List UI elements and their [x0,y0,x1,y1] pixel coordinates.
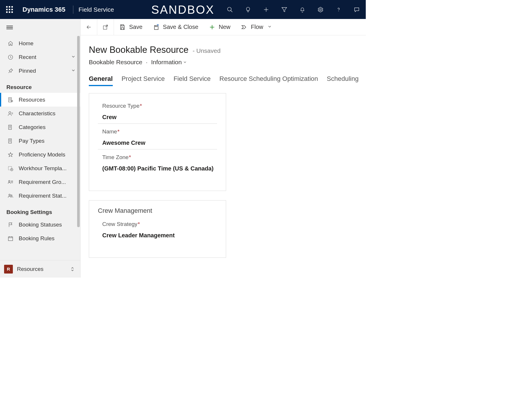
search-button[interactable] [221,0,239,19]
svg-point-0 [228,7,231,11]
nav-label: Workhour Templa... [19,165,76,172]
nav-proficiency[interactable]: Proficiency Models [0,148,80,161]
page-title: New Bookable Resource [89,45,188,55]
required-indicator: * [138,221,140,227]
field-value[interactable]: Crew [98,112,217,124]
bell-icon [299,6,306,13]
nav-section-resource: Resource [0,78,80,93]
svg-rect-10 [8,125,11,129]
field-label: Resource Type [102,103,139,109]
nav-label: Requirement Stat... [19,193,76,199]
nav-pinned[interactable]: Pinned [0,64,80,78]
nav-paytypes[interactable]: Pay Types [0,134,80,148]
question-icon [335,6,342,13]
save-close-button[interactable]: Save & Close [148,19,204,35]
nav-characteristics[interactable]: Characteristics [0,107,80,120]
nav-workhour[interactable]: Workhour Templa... [0,161,80,175]
app-launcher-button[interactable] [0,6,19,13]
field-name[interactable]: Name* Awesome Crew [98,128,217,149]
chevron-down-icon [71,68,76,74]
field-value[interactable]: Awesome Crew [98,138,217,149]
form-body: Resource Type* Crew Name* Awesome Crew T… [81,86,366,267]
nav-reqgroups[interactable]: Requirement Gro... [0,175,80,189]
nav-resources[interactable]: Resources [0,93,80,107]
nav-home[interactable]: Home [0,36,80,50]
nav-booking-statuses[interactable]: Booking Statuses [0,218,80,231]
arrow-left-icon [86,24,92,30]
tab-general[interactable]: General [89,75,113,86]
sitemap-toggle[interactable] [0,19,80,36]
svg-point-4 [320,9,321,11]
plus-icon [209,24,215,30]
field-value[interactable]: (GMT-08:00) Pacific Time (US & Canada) [98,163,217,175]
field-resource-type[interactable]: Resource Type* Crew [98,103,217,124]
tab-rso[interactable]: Resource Scheduling Optimization [219,75,318,86]
nav-label: Home [19,40,76,47]
nav-label: Requirement Gro... [19,179,76,185]
gear-icon [317,6,324,13]
back-button[interactable] [81,19,97,35]
nav-label: Booking Rules [19,235,76,242]
calendar-clock-icon [6,166,15,171]
field-timezone[interactable]: Time Zone* (GMT-08:00) Pacific Time (US … [98,154,217,175]
chevron-down-icon [71,54,76,60]
nav-section-booking: Booking Settings [0,203,80,218]
assistant-button[interactable] [348,0,366,19]
funnel-icon [281,6,287,13]
settings-button[interactable] [311,0,330,19]
nav-booking-rules[interactable]: Booking Rules [0,231,80,245]
nav-label: Resources [19,97,76,103]
svg-rect-12 [8,166,12,170]
chat-icon [353,6,360,13]
chevron-down-icon [267,24,272,30]
new-label: New [219,24,231,30]
sidebar-scrollbar[interactable] [76,36,80,260]
person-icon [6,111,15,116]
environment-name: SANDBOX [151,3,215,16]
form-selector[interactable]: Information [151,59,187,66]
field-label: Crew Strategy [102,221,137,227]
filter-button[interactable] [275,0,293,19]
flag-icon [6,222,15,228]
flow-icon [241,24,247,30]
help-button[interactable] [330,0,348,19]
lightbulb-icon [245,6,251,13]
search-icon [227,6,233,13]
quick-create-button[interactable] [257,0,275,19]
save-button[interactable]: Save [114,19,148,35]
svg-point-9 [9,112,11,114]
topbar-actions [221,0,366,19]
ideas-button[interactable] [239,0,257,19]
area-label: Resources [17,266,70,272]
people-list-icon [6,179,15,185]
product-brand[interactable]: Dynamics 365 [19,6,71,13]
save-close-icon [153,24,160,30]
content-area: Save Save & Close New Flow New Bookable … [81,19,366,278]
svg-point-15 [9,194,10,196]
save-close-label: Save & Close [163,24,198,30]
pin-icon [6,68,15,74]
nav-recent[interactable]: Recent [0,50,80,64]
nav-reqstatus[interactable]: Requirement Stat... [0,189,80,203]
plus-icon [263,6,269,13]
notifications-button[interactable] [293,0,311,19]
page-header: New Bookable Resource - Unsaved Bookable… [81,35,366,66]
area-switcher[interactable]: R Resources [0,260,80,278]
global-topbar: Dynamics 365 Field Service SANDBOX [0,0,366,19]
flow-button[interactable]: Flow [236,19,277,35]
save-icon [119,24,126,30]
module-name[interactable]: Field Service [79,6,114,13]
save-label: Save [129,24,143,30]
open-new-window-button[interactable] [97,19,114,35]
nav-categories[interactable]: Categories [0,120,80,134]
field-crew-strategy[interactable]: Crew Strategy* Crew Leader Management [98,221,217,242]
resource-icon [6,97,15,103]
tab-scheduling[interactable]: Scheduling [327,75,359,86]
new-button[interactable]: New [204,19,236,35]
tab-field-service[interactable]: Field Service [174,75,211,86]
nav-label: Recent [19,54,71,60]
field-value[interactable]: Crew Leader Management [98,230,217,242]
chevron-down-icon [183,60,187,65]
required-indicator: * [140,103,142,109]
tab-project-service[interactable]: Project Service [122,75,165,86]
